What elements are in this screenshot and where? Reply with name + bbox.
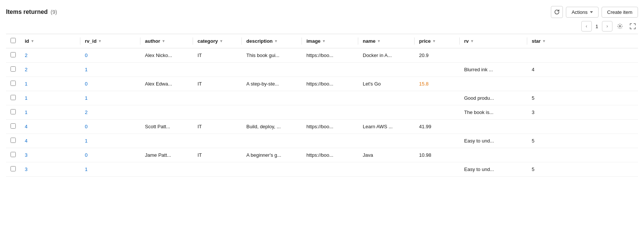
col-header-rv[interactable]: rv ▼ [460,34,527,48]
row-checkbox[interactable] [11,152,16,157]
id-link[interactable]: 2 [25,52,27,58]
col-header-price[interactable]: price ▼ [415,34,460,48]
sort-icon-rv: ▼ [470,39,474,43]
cell-price [415,134,460,148]
cell-category: IT [193,48,242,63]
cell-description: This book gui... [242,48,302,63]
cell-star [527,48,638,63]
sort-icon-name: ▼ [377,39,381,43]
prev-page-button[interactable]: ‹ [581,21,592,32]
row-checkbox[interactable] [11,109,16,114]
id-link[interactable]: 3 [25,166,27,172]
row-checkbox[interactable] [11,166,16,171]
cell-rv: Easy to und... [460,134,527,148]
id-link[interactable]: 4 [25,138,27,144]
page-title: Items returned (9) [6,9,57,15]
id-link[interactable]: 2 [25,67,27,72]
cell-id[interactable]: 1 [20,91,80,105]
cell-id[interactable]: 3 [20,162,80,177]
cell-author: Alex Edwa... [140,77,193,91]
rv_id-link[interactable]: 0 [85,124,87,129]
col-header-image[interactable]: image ▼ [302,34,358,48]
col-header-author[interactable]: author ▼ [140,34,193,48]
rv_id-link[interactable]: 2 [85,110,87,115]
cell-description [242,91,302,105]
col-header-name[interactable]: name ▼ [358,34,415,48]
cell-rv_id: 0 [80,148,140,162]
cell-id[interactable]: 4 [20,120,80,134]
cell-author [140,162,193,177]
cell-image [302,63,358,77]
cell-category: IT [193,77,242,91]
cell-author [140,134,193,148]
cell-name: Docker in A... [358,48,415,63]
cell-id[interactable]: 2 [20,63,80,77]
create-item-button[interactable]: Create item [602,7,638,18]
actions-button[interactable]: Actions [566,7,599,18]
col-header-star[interactable]: star ▼ [527,34,638,48]
sort-icon-id: ▼ [31,39,35,43]
rv_id-link[interactable]: 0 [85,81,87,87]
sort-icon-rv_id: ▼ [98,39,102,43]
cell-image: https://boo... [302,48,358,63]
row-checkbox-cell [6,63,20,77]
cell-id[interactable]: 2 [20,48,80,63]
select-all-header[interactable] [6,34,20,48]
cell-rv_id: 1 [80,91,140,105]
id-link[interactable]: 4 [25,124,27,129]
cell-image [302,162,358,177]
header-actions: Actions Create item [551,6,638,18]
cell-image: https://boo... [302,120,358,134]
row-checkbox[interactable] [11,52,16,57]
refresh-button[interactable] [551,6,563,18]
cell-rv_id: 0 [80,77,140,91]
rv_id-link[interactable]: 1 [85,67,87,72]
row-checkbox[interactable] [11,123,16,129]
cell-id[interactable]: 3 [20,148,80,162]
table-row: 21Blurred ink ...4 [6,63,638,77]
rv_id-link[interactable]: 1 [85,95,87,101]
id-link[interactable]: 1 [25,95,27,101]
cell-rv_id: 1 [80,63,140,77]
row-checkbox[interactable] [11,66,16,72]
rv_id-link[interactable]: 1 [85,166,87,172]
next-page-button[interactable]: › [602,21,612,32]
col-header-id[interactable]: id ▼ [20,34,80,48]
table-row: 31Easy to und...5 [6,162,638,177]
cell-description [242,134,302,148]
cell-category [193,105,242,120]
sort-icon-image: ▼ [322,39,326,43]
rv_id-link[interactable]: 1 [85,138,87,144]
id-link[interactable]: 1 [25,110,27,115]
pagination-bar: ‹ 1 › [6,21,638,32]
table-row: 40Scott Patt...ITBuild, deploy, ...https… [6,120,638,134]
rv_id-link[interactable]: 0 [85,52,87,58]
col-header-description[interactable]: description ▼ [242,34,302,48]
cell-id[interactable]: 4 [20,134,80,148]
cell-star [527,148,638,162]
cell-rv: Good produ... [460,91,527,105]
cell-id[interactable]: 1 [20,105,80,120]
row-checkbox-cell [6,105,20,120]
select-all-checkbox[interactable] [11,38,16,43]
row-checkbox[interactable] [11,95,16,100]
id-link[interactable]: 1 [25,81,27,87]
settings-icon[interactable] [615,21,625,32]
cell-id[interactable]: 1 [20,77,80,91]
row-checkbox-cell [6,134,20,148]
row-checkbox[interactable] [11,138,16,143]
cell-rv: Easy to und... [460,162,527,177]
id-link[interactable]: 3 [25,152,27,158]
fullscreen-icon[interactable] [627,21,638,32]
cell-star: 5 [527,162,638,177]
row-checkbox-cell [6,91,20,105]
row-checkbox[interactable] [11,81,16,86]
row-checkbox-cell [6,48,20,63]
col-header-rv_id[interactable]: rv_id ▼ [80,34,140,48]
cell-name: Java [358,148,415,162]
cell-rv_id: 1 [80,134,140,148]
current-page: 1 [594,24,600,29]
col-header-category[interactable]: category ▼ [193,34,242,48]
table-container: id ▼ rv_id ▼ author [6,34,638,177]
rv_id-link[interactable]: 0 [85,152,87,158]
